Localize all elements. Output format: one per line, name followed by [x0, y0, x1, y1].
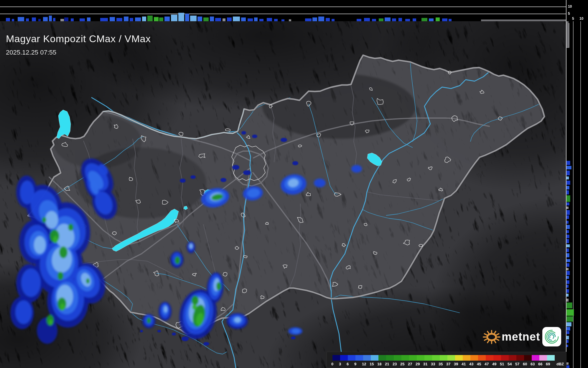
colorbar-swatch — [440, 355, 447, 361]
colorbar-swatch — [424, 355, 432, 361]
dbz-colorbar: 0369121518212325272931333537394143454749… — [327, 352, 566, 368]
colorbar-tick-label: 39 — [454, 362, 458, 366]
colorbar-swatch — [378, 355, 386, 361]
colorbar-swatch — [401, 355, 409, 361]
colorbar-swatch — [355, 355, 363, 361]
top-axis-label: 5 — [568, 12, 570, 16]
page-title: Magyar Kompozit CMax / VMax — [6, 33, 151, 45]
colorbar-swatch — [539, 355, 547, 361]
colorbar-tick-label: 18 — [377, 362, 381, 366]
colorbar-tick-label: 45 — [477, 362, 481, 366]
colorbar-swatch — [547, 355, 555, 361]
timestamp: 2025.12.25 07:55 — [6, 49, 151, 56]
colorbar-ticks: 0369121518212325272931333537394143454749… — [332, 362, 565, 367]
colorbar-tick-label: 49 — [492, 362, 496, 366]
colorbar-tick-label: 57 — [515, 362, 519, 366]
colorbar-tick-label: 21 — [385, 362, 389, 366]
right-cross-section — [566, 21, 588, 368]
colorbar-tick-label: 12 — [362, 362, 366, 366]
colorbar-tick-label: 27 — [408, 362, 412, 366]
colorbar-swatch — [501, 355, 509, 361]
colorbar-swatch — [409, 355, 417, 361]
colorbar-tick-label: 15 — [370, 362, 374, 366]
right-axis-label: 5 — [572, 17, 574, 21]
colorbar-swatch — [447, 355, 455, 361]
colorbar-tick-label: 6 — [347, 362, 349, 366]
top-cross-section — [0, 0, 588, 21]
colorbar-swatch — [532, 355, 539, 361]
colorbar-tick-label: 9 — [354, 362, 356, 366]
colorbar-swatch — [332, 355, 340, 361]
colorbar-tick-label: 60 — [523, 362, 527, 366]
colorbar-tick-label: 43 — [469, 362, 473, 366]
colorbar-swatch — [417, 355, 424, 361]
radar-viewer: Magyar Kompozit CMax / VMax 2025.12.25 0… — [0, 0, 588, 368]
title-block: Magyar Kompozit CMax / VMax 2025.12.25 0… — [6, 33, 151, 56]
colorbar-tick-label: 66 — [538, 362, 542, 366]
colorbar-swatch — [432, 355, 440, 361]
colorbar-tick-label: 51 — [500, 362, 504, 366]
colorbar-swatch — [493, 355, 501, 361]
colorbar-swatch — [455, 355, 463, 361]
colorbar-tick-label: 63 — [531, 362, 535, 366]
colorbar-tick-label: 41 — [462, 362, 466, 366]
colorbar-tick-label: 37 — [446, 362, 450, 366]
colorbar-swatch — [470, 355, 478, 361]
colorbar-swatch — [340, 355, 348, 361]
metnet-app-icon — [542, 326, 562, 347]
colorbar-tick-label: 25 — [400, 362, 404, 366]
colorbar-swatch — [524, 355, 532, 361]
colorbar-swatch — [486, 355, 493, 361]
metnet-logo[interactable]: metnet — [483, 326, 565, 349]
colorbar-swatch — [394, 355, 401, 361]
colorbar-swatches — [332, 355, 555, 361]
colorbar-swatch — [463, 355, 470, 361]
colorbar-tick-label: 69 — [546, 362, 550, 366]
colorbar-tick-label: 23 — [393, 362, 397, 366]
logo-text: metnet — [502, 331, 540, 343]
colorbar-tick-label: 35 — [439, 362, 443, 366]
colorbar-tick-label: 33 — [431, 362, 435, 366]
colorbar-tick-label: 47 — [485, 362, 489, 366]
colorbar-swatch — [509, 355, 516, 361]
colorbar-swatch — [478, 355, 486, 361]
sun-icon — [483, 326, 500, 347]
right-axis-label: 10 — [579, 17, 583, 21]
top-axis-label: 10 — [568, 4, 572, 9]
colorbar-swatch — [371, 355, 378, 361]
colorbar-unit: dBZ — [556, 362, 564, 366]
colorbar-tick-label: 3 — [339, 362, 341, 366]
colorbar-tick-label: 31 — [423, 362, 427, 366]
colorbar-swatch — [363, 355, 371, 361]
colorbar-swatch — [386, 355, 394, 361]
colorbar-tick-label: 0 — [331, 362, 333, 366]
colorbar-tick-label: 54 — [508, 362, 512, 366]
colorbar-swatch — [516, 355, 524, 361]
colorbar-swatch — [348, 355, 355, 361]
colorbar-tick-label: 29 — [416, 362, 420, 366]
